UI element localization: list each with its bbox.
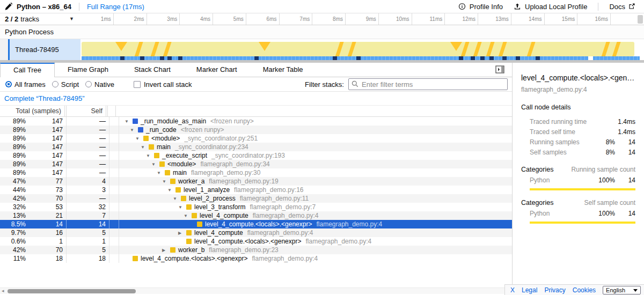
categories-header: CategoriesSelf sample count [521,199,635,206]
table-row[interactable]: 44%733▼level_1_analyzeflamegraph_demo.py… [0,186,512,194]
function-name: level_4_compute.<locals>.<genexpr> [141,255,247,262]
icon-cell [109,194,119,203]
selected-node-title: level_4_compute.<locals>.<genexpr> [521,73,635,82]
file-location: flamegraph_demo.py:7 [250,203,316,211]
invert-label: Invert call stack [144,80,192,88]
tab-marker-chart[interactable]: Marker Chart [184,63,250,77]
thread-activity-canvas[interactable] [80,39,644,60]
collapse-icon[interactable]: ▼ [184,213,192,218]
upload-icon [514,3,522,11]
function-name: <module> [151,135,180,142]
stat-row: Traced running time1.4ms [521,116,635,127]
collapse-icon[interactable]: ▼ [157,171,165,175]
table-row[interactable]: 8.5%1414level_4_compute.<locals>.<genexp… [0,220,512,228]
table-row[interactable]: 47%774▼worker_aflamegraph_demo.py:19 [0,177,512,186]
upload-local-profile-button[interactable]: Upload Local Profile [510,3,590,11]
category-square [154,153,159,158]
ruler-tick: 4ms [180,13,213,25]
tree-indent [125,138,135,139]
table-row[interactable]: 9.7%165▶level_4_computeflamegraph_demo.p… [0,228,512,237]
thread-track-label[interactable]: Thread-78495 [10,39,80,60]
tab-marker-table[interactable]: Marker Table [250,63,316,77]
function-name: level_4_compute [194,229,243,237]
table-row[interactable]: 11%1818level_4_compute.<locals>.<genexpr… [0,254,512,263]
table-row[interactable]: 89%147—▼_run_module_as_main<frozen runpy… [0,117,512,126]
full-range-link[interactable]: Full Range (17ms) [87,3,144,11]
filter-stacks-input[interactable] [348,78,508,90]
category-square [138,127,143,132]
table-row[interactable]: 89%147—▼<module>_sync_coordinator.py:251 [0,134,512,143]
radio-script[interactable]: Script [52,80,79,88]
sidebar-header: level_4_compute.<locals>.<genexpr> flame… [513,63,644,93]
tree-indent [125,207,178,208]
collapse-icon[interactable]: ▼ [130,128,138,132]
table-row[interactable]: 13%217▼level_4_computeflamegraph_demo.py… [0,211,512,220]
invert-call-stack-checkbox[interactable]: Invert call stack [134,80,192,88]
function-name: <module> [167,160,196,168]
horizontal-scrollbar[interactable]: ◂ [0,287,512,294]
total-samples: 147 [26,135,66,142]
table-row[interactable]: 89%147—▼_run_code<frozen runpy> [0,126,512,134]
total-cell: 44%73 [0,186,67,194]
table-row[interactable]: 89%147—▼main_sync_coordinator.py:234 [0,143,512,151]
table-row[interactable]: 32%5332▼level_3_transformflamegraph_demo… [0,203,512,211]
footer-link-legal[interactable]: Legal [522,286,537,294]
table-row[interactable]: 89%147—▼mainflamegraph_demo.py:30 [0,168,512,177]
collapse-icon[interactable]: ▼ [151,162,159,167]
table-row[interactable]: 42%70—▼level_2_processflamegraph_demo.py… [0,194,512,203]
collapse-icon[interactable]: ▼ [125,119,133,124]
tab-call-tree[interactable]: Call Tree [0,63,55,77]
stat-row: Traced self time1.4ms [521,127,635,137]
table-row[interactable]: 0.6%11level_4_compute.<locals>.<genexpr>… [0,237,512,246]
collapse-icon[interactable]: ▼ [162,179,170,184]
edit-profile-name-icon[interactable] [4,3,12,11]
marker-stripe-icon [162,42,171,56]
tab-flame-graph[interactable]: Flame Graph [55,63,121,77]
category-breakdowns: CategoriesRunning sample countPython100%… [521,166,635,224]
footer-link-cookies[interactable]: Cookies [573,286,596,294]
stat-label: Running samples [530,138,592,146]
time-ruler[interactable]: 1ms2ms3ms4ms5ms6ms7ms8ms9ms10ms11ms12ms1… [80,13,644,25]
language-select[interactable]: English (US) [603,286,641,294]
collapse-icon[interactable]: ▼ [146,153,154,158]
collapse-icon[interactable]: ▼ [167,188,175,193]
table-row[interactable]: 89%147—▼_execute_script_sync_coordinator… [0,151,512,160]
table-row[interactable]: 89%147—▼<module>flamegraph_demo.py:34 [0,160,512,168]
total-percent: 42% [0,195,26,202]
docs-button[interactable]: Docs [606,3,640,11]
file-location: _sync_coordinator.py:193 [211,152,285,159]
expand-icon[interactable]: ▶ [178,231,186,235]
process-track-header[interactable]: Python Process [0,25,644,39]
collapse-icon[interactable]: ▼ [173,196,181,201]
function-cell: ▼<module>_sync_coordinator.py:251 [119,134,512,143]
collapse-icon[interactable]: ▼ [141,145,149,150]
profile-info-button[interactable]: Profile Info [455,3,506,11]
radio-native[interactable]: Native [85,80,114,88]
total-samples: 14 [26,220,66,228]
expand-icon[interactable]: ▶ [162,248,170,253]
function-name: worker_a [178,178,204,185]
sidebar-toggle-icon[interactable] [495,65,504,73]
footer-link-x[interactable]: X [510,286,515,294]
radio-label: All frames [14,80,46,88]
icon-cell [109,220,119,228]
column-header-total[interactable]: Total (samples) [0,106,65,116]
scroll-left-icon[interactable]: ◂ [2,288,4,294]
breadcrumb[interactable]: Complete “Thread-78495” [4,94,85,102]
footer-link-privacy[interactable]: Privacy [544,286,565,294]
column-header-self[interactable]: Self [67,106,106,116]
tab-stack-chart[interactable]: Stack Chart [121,63,184,77]
self-cell: — [67,194,109,203]
radio-all-frames[interactable]: All frames [5,80,46,88]
table-row[interactable]: 42%705▶worker_bflamegraph_demo.py:23 [0,246,512,254]
collapse-icon[interactable]: ▼ [135,136,143,141]
tree-indent [125,130,130,130]
total-cell: 89%147 [0,117,67,126]
tracks-dropdown[interactable]: 2 / 2 tracks ▼ [0,13,80,25]
category-square [197,222,202,227]
total-percent: 89% [0,152,26,159]
timeline-vertical-scrollbar[interactable] [638,15,643,24]
category-name: Python [530,210,592,217]
collapse-icon[interactable]: ▼ [178,205,186,210]
scrollbar-thumb[interactable] [8,289,136,293]
